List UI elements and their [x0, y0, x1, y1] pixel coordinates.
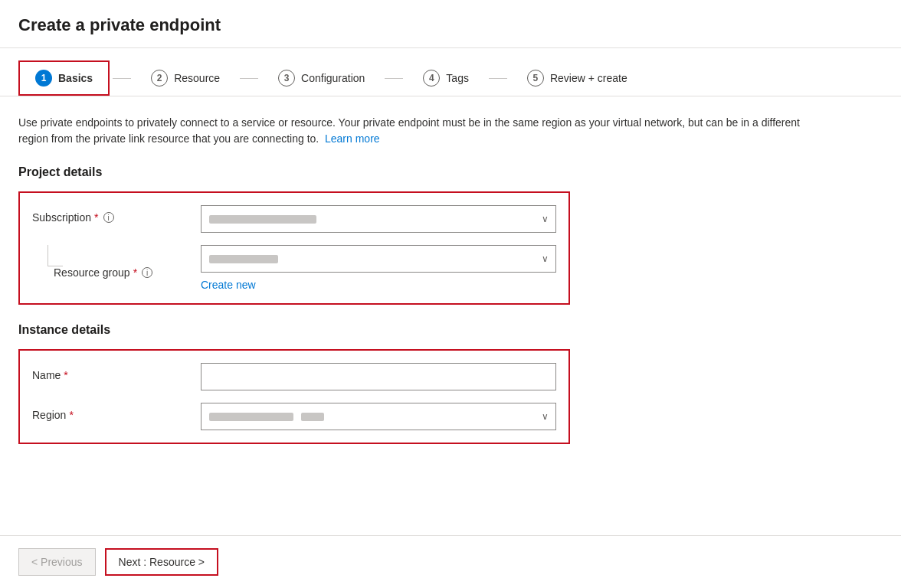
- instance-details-header: Instance details: [18, 323, 883, 337]
- instance-details-box: Name * Region *: [18, 349, 570, 444]
- tab-separator-2: [240, 78, 258, 79]
- subscription-select-wrapper: ∨: [201, 205, 556, 233]
- subscription-required: *: [94, 211, 98, 224]
- instance-details-section: Instance details Name *: [18, 323, 883, 444]
- region-row: Region * ∨: [32, 403, 556, 430]
- tab-separator-4: [489, 78, 507, 79]
- project-details-section: Project details Subscription * i: [18, 165, 883, 305]
- tab-tags-label: Tags: [446, 72, 469, 84]
- resource-group-label: Resource group * i: [54, 266, 152, 279]
- region-dropdown[interactable]: [201, 403, 556, 430]
- footer-bar: < Previous Next : Resource >: [0, 535, 901, 588]
- description-text: Use private endpoints to privately conne…: [18, 115, 823, 147]
- tab-separator-1: [113, 78, 131, 79]
- region-label: Region *: [32, 409, 201, 421]
- region-required: *: [69, 409, 73, 421]
- subscription-row: Subscription * i ∨: [32, 205, 556, 233]
- tab-review-label: Review + create: [550, 72, 627, 84]
- tab-configuration-number: 3: [278, 70, 295, 87]
- resource-group-required: *: [133, 266, 137, 279]
- name-input[interactable]: [201, 363, 556, 390]
- tab-tags-number: 4: [423, 70, 440, 87]
- tab-review-create[interactable]: 5 Review + create: [510, 60, 644, 96]
- tab-basics-number: 1: [35, 70, 52, 87]
- name-label: Name *: [32, 369, 201, 381]
- resource-group-row: Resource group * i ∨: [32, 245, 556, 291]
- resource-group-info-icon[interactable]: i: [142, 267, 152, 278]
- tab-review-number: 5: [527, 70, 544, 87]
- region-select-wrapper: ∨: [201, 403, 556, 430]
- subscription-dropdown[interactable]: [201, 205, 556, 233]
- project-details-header: Project details: [18, 165, 883, 179]
- next-button[interactable]: Next : Resource >: [105, 548, 218, 576]
- create-new-link[interactable]: Create new: [201, 279, 256, 291]
- resource-group-select-wrapper: ∨: [201, 245, 556, 273]
- page-title: Create a private endpoint: [18, 15, 883, 35]
- learn-more-link[interactable]: Learn more: [325, 132, 380, 145]
- tab-separator-3: [385, 78, 403, 79]
- content-area: Use private endpoints to privately conne…: [0, 96, 901, 535]
- tab-tags[interactable]: 4 Tags: [406, 60, 486, 96]
- tab-basics[interactable]: 1 Basics: [18, 60, 110, 96]
- previous-button[interactable]: < Previous: [18, 548, 96, 576]
- tab-resource-label: Resource: [174, 72, 220, 84]
- tab-resource[interactable]: 2 Resource: [134, 60, 237, 96]
- resource-group-dropdown[interactable]: [201, 245, 556, 273]
- subscription-label: Subscription * i: [32, 211, 201, 224]
- tab-configuration-label: Configuration: [301, 72, 365, 84]
- project-details-box: Subscription * i ∨: [18, 191, 570, 305]
- tabs-container: 1 Basics 2 Resource 3 Configuration 4 Ta…: [0, 48, 901, 96]
- name-row: Name *: [32, 363, 556, 390]
- tab-basics-label: Basics: [58, 72, 93, 84]
- tab-resource-number: 2: [151, 70, 168, 87]
- subscription-info-icon[interactable]: i: [103, 212, 114, 223]
- tab-configuration[interactable]: 3 Configuration: [261, 60, 382, 96]
- name-required: *: [64, 369, 67, 381]
